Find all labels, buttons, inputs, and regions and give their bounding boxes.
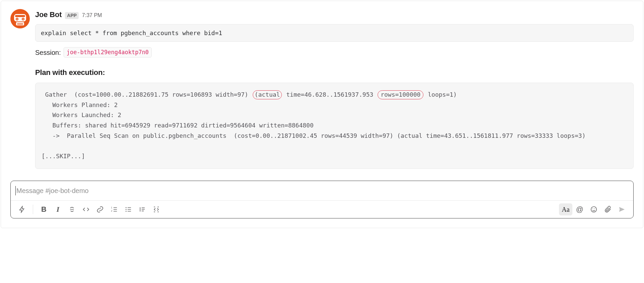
plan-gather-leading: Gather (cost=1000.00..21882691.75 rows=1… xyxy=(42,91,252,98)
emoji-button[interactable] xyxy=(587,203,600,215)
emoji-icon xyxy=(590,206,597,213)
lightning-icon xyxy=(18,206,26,213)
query-text: explain select * from pgbench_accounts w… xyxy=(41,29,222,36)
svg-point-14 xyxy=(126,211,127,212)
message-composer: B I 12 xyxy=(10,181,634,218)
svg-point-17 xyxy=(594,208,595,209)
composer-toolbar: B I 12 xyxy=(11,200,633,218)
paperclip-icon xyxy=(604,206,612,213)
plan-line-seqscan: -> Parallel Seq Scan on public.pgbench_a… xyxy=(42,131,627,141)
message-row: Joe Bot APP 7:37 PM explain select * fro… xyxy=(10,9,634,169)
bot-avatar-icon xyxy=(10,9,30,28)
svg-point-5 xyxy=(16,18,17,19)
link-button[interactable] xyxy=(93,203,107,215)
strikethrough-icon xyxy=(68,206,76,213)
plan-line-buffers: Buffers: shared hit=6945929 read=9711692… xyxy=(42,120,627,131)
sender-name[interactable]: Joe Bot xyxy=(35,9,62,20)
svg-text:1: 1 xyxy=(111,206,112,209)
highlight-rows: rows=100000 xyxy=(378,90,423,99)
plan-line-blank xyxy=(42,141,627,151)
plan-code-block[interactable]: Gather (cost=1000.00..21882691.75 rows=1… xyxy=(35,83,634,169)
bullet-list-icon xyxy=(125,206,132,213)
plan-line-gather: Gather (cost=1000.00..21882691.75 rows=1… xyxy=(42,90,627,100)
session-label: Session: xyxy=(35,48,61,58)
composer-input[interactable] xyxy=(16,187,627,195)
app-badge: APP xyxy=(65,12,79,19)
strikethrough-button[interactable] xyxy=(65,203,79,215)
italic-icon: I xyxy=(57,205,60,214)
toolbar-right-group: Aa @ xyxy=(559,203,629,215)
plan-line-workers-planned: Workers Planned: 2 xyxy=(42,100,627,110)
codeblock-button[interactable] xyxy=(150,203,163,215)
svg-point-16 xyxy=(592,208,593,209)
query-code-block[interactable]: explain select * from pgbench_accounts w… xyxy=(35,24,634,42)
shortcuts-button[interactable] xyxy=(15,203,29,215)
plan-line-workers-launched: Workers Launched: 2 xyxy=(42,110,627,120)
composer-input-row[interactable] xyxy=(11,181,633,200)
svg-point-13 xyxy=(126,209,127,210)
code-icon xyxy=(82,206,90,213)
codeblock-icon xyxy=(153,206,160,213)
blockquote-button[interactable] xyxy=(136,203,149,215)
link-icon xyxy=(96,206,104,213)
session-id[interactable]: joe-bthp1l29eng4aoktp7n0 xyxy=(64,47,152,58)
attach-button[interactable] xyxy=(601,203,615,215)
svg-rect-9 xyxy=(17,24,23,25)
italic-button[interactable]: I xyxy=(51,203,65,215)
blockquote-icon xyxy=(139,206,146,213)
at-icon: @ xyxy=(576,205,583,214)
svg-text:2: 2 xyxy=(111,210,112,212)
plan-gather-trailing: loops=1) xyxy=(424,91,457,98)
bold-button[interactable]: B xyxy=(37,203,51,215)
svg-rect-7 xyxy=(16,22,24,25)
message-timestamp[interactable]: 7:37 PM xyxy=(82,11,102,19)
toolbar-separator xyxy=(33,205,33,214)
toolbar-left-group: B I 12 xyxy=(15,203,163,215)
formatting-toggle-button[interactable]: Aa xyxy=(559,203,572,215)
plan-line-skip: [...SKIP...] xyxy=(42,151,627,162)
slack-message-pane: Joe Bot APP 7:37 PM explain select * fro… xyxy=(1,1,643,228)
plan-section-title: Plan with execution: xyxy=(35,67,634,78)
svg-rect-2 xyxy=(15,15,25,17)
svg-point-6 xyxy=(22,18,23,19)
ordered-list-button[interactable]: 12 xyxy=(107,203,121,215)
send-button[interactable] xyxy=(615,203,629,215)
svg-point-12 xyxy=(126,207,127,208)
plan-gather-between: time=46.628..1561937.953 xyxy=(283,91,377,98)
svg-rect-8 xyxy=(17,23,23,24)
code-button[interactable] xyxy=(79,203,93,215)
message-header: Joe Bot APP 7:37 PM xyxy=(35,9,634,20)
highlight-actual: (actual xyxy=(253,90,282,99)
formatting-icon: Aa xyxy=(562,206,569,213)
send-icon xyxy=(618,206,626,213)
session-line: Session: joe-bthp1l29eng4aoktp7n0 xyxy=(35,47,634,58)
bold-icon: B xyxy=(41,205,47,214)
svg-point-15 xyxy=(591,207,597,212)
bullet-list-button[interactable] xyxy=(122,203,135,215)
mention-button[interactable]: @ xyxy=(573,203,586,215)
message-body: Joe Bot APP 7:37 PM explain select * fro… xyxy=(35,9,634,169)
ordered-list-icon: 12 xyxy=(110,206,118,213)
sender-avatar[interactable] xyxy=(10,9,30,28)
text-caret xyxy=(15,186,16,195)
